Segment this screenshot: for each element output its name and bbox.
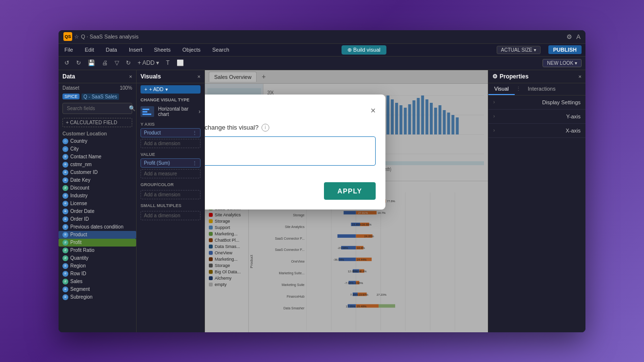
tab-separator: ⋮ bbox=[515, 83, 522, 95]
field-contact-name[interactable]: ≡ Contact Name bbox=[59, 153, 136, 161]
props-x-axis[interactable]: › X-axis bbox=[488, 124, 585, 138]
visuals-panel-header: Visuals × bbox=[137, 70, 204, 83]
data-panel-close[interactable]: × bbox=[129, 74, 132, 79]
apply-button[interactable]: APPLY bbox=[324, 182, 376, 200]
menu-search[interactable]: Search bbox=[210, 46, 231, 54]
star-icon[interactable]: ☆ bbox=[74, 34, 79, 40]
search-row[interactable]: 🔍 bbox=[62, 103, 132, 114]
field-profit[interactable]: # Profit bbox=[59, 239, 136, 247]
search-input[interactable] bbox=[67, 106, 129, 111]
field-industry[interactable]: ≡ Industry bbox=[59, 192, 136, 200]
field-segment[interactable]: ≡ Segment bbox=[59, 286, 136, 293]
calculated-field-button[interactable]: + CALCULATED FIELD bbox=[62, 118, 132, 127]
user-icon[interactable]: A bbox=[576, 33, 581, 40]
new-look-button[interactable]: NEW LOOK ▾ bbox=[543, 59, 582, 67]
properties-close[interactable]: × bbox=[579, 74, 582, 79]
y-axis-field[interactable]: Product ⋮ bbox=[141, 128, 201, 137]
text-icon[interactable]: T bbox=[164, 58, 171, 67]
field-customer-id[interactable]: ≡ Customer ID bbox=[59, 169, 136, 176]
measure-icon: # bbox=[62, 240, 68, 246]
save-icon[interactable]: 💾 bbox=[86, 58, 97, 67]
visual-type-horizontal-bar[interactable]: Horizontal bar chart › bbox=[137, 104, 204, 119]
field-discount[interactable]: # Discount bbox=[59, 184, 136, 192]
add-icon[interactable]: + ADD ▾ bbox=[136, 58, 161, 67]
props-display-settings[interactable]: › Display Settings bbox=[488, 95, 585, 110]
info-icon[interactable]: i bbox=[262, 124, 269, 132]
field-name: Subregion bbox=[70, 294, 93, 300]
settings-icon[interactable]: ⚙ bbox=[566, 33, 572, 40]
print-icon[interactable]: 🖨 bbox=[100, 58, 110, 67]
field-name: Previous dates condition bbox=[70, 224, 123, 229]
y-axis-section: Y AXIS Product ⋮ Add a dimension bbox=[137, 119, 204, 149]
value-field[interactable]: Profit (Sum) ⋮ bbox=[141, 158, 201, 168]
field-license[interactable]: ≡ License bbox=[59, 200, 136, 208]
modal-question: How would you like to change this visual… bbox=[205, 124, 376, 132]
add-dimension-y[interactable]: Add a dimension bbox=[141, 139, 201, 148]
shape-icon[interactable]: ⬜ bbox=[175, 58, 186, 67]
field-name: City bbox=[70, 146, 79, 152]
field-profit-ratio[interactable]: # Profit Ratio bbox=[59, 247, 136, 254]
svg-rect-0 bbox=[142, 109, 149, 110]
field-prev-dates[interactable]: ≡ Previous dates condition bbox=[59, 223, 136, 231]
expand-icon: › bbox=[199, 108, 201, 115]
menu-objects[interactable]: Objects bbox=[181, 46, 202, 54]
modal-header: Edit visual × bbox=[205, 104, 376, 118]
tab-interactions[interactable]: Interactions bbox=[522, 83, 562, 95]
actual-size-button[interactable]: ACTUAL SIZE ▾ bbox=[497, 46, 541, 54]
field-cstmr[interactable]: ≡ cstmr_nm bbox=[59, 161, 136, 169]
field-order-id[interactable]: ≡ Order ID bbox=[59, 215, 136, 223]
undo-button[interactable]: ↺ bbox=[62, 58, 71, 67]
field-name: Discount bbox=[70, 185, 89, 191]
filter-icon[interactable]: ▽ bbox=[113, 58, 121, 67]
bar-chart-icon bbox=[141, 106, 154, 117]
publish-button[interactable]: PUBLISH bbox=[548, 45, 582, 54]
refresh-icon[interactable]: ↻ bbox=[124, 58, 133, 67]
field-product[interactable]: ≡ Product bbox=[59, 231, 136, 239]
visuals-panel-close[interactable]: × bbox=[198, 74, 201, 79]
dim-icon: ≡ bbox=[62, 216, 68, 222]
add-dimension-group[interactable]: Add a dimension bbox=[141, 190, 201, 199]
dim-icon: ≡ bbox=[62, 162, 68, 168]
modal-footer: What can I ask? APPLY bbox=[205, 182, 376, 200]
field-name: Profit bbox=[70, 240, 81, 245]
modal-input[interactable]: change to table bbox=[205, 136, 376, 166]
field-options-icon: ⋮ bbox=[192, 130, 197, 135]
field-city[interactable]: ○ City bbox=[59, 145, 136, 153]
menu-data[interactable]: Data bbox=[104, 46, 119, 54]
field-region[interactable]: ≡ Region bbox=[59, 262, 136, 270]
menu-insert[interactable]: Insert bbox=[127, 46, 144, 54]
redo-button[interactable]: ↻ bbox=[74, 58, 83, 67]
field-country[interactable]: ○ Country bbox=[59, 137, 136, 145]
field-subregion[interactable]: ≡ Subregion bbox=[59, 293, 136, 301]
field-sales[interactable]: # Sales bbox=[59, 278, 136, 286]
field-quantity[interactable]: # Quantity bbox=[59, 254, 136, 262]
add-visual-button[interactable]: + + ADD ▾ bbox=[141, 85, 201, 94]
title-bar: QS ☆ Q · SaaS Sales analysis ⚙ A bbox=[59, 30, 585, 44]
field-name: Profit Ratio bbox=[70, 248, 94, 253]
measure-icon: # bbox=[62, 185, 68, 191]
field-row-id[interactable]: ≡ Row ID bbox=[59, 270, 136, 278]
props-icon: ⚙ bbox=[492, 73, 498, 80]
visual-type-label: Horizontal bar chart bbox=[158, 106, 195, 117]
menu-file[interactable]: File bbox=[62, 46, 75, 54]
build-visual-button[interactable]: ⊕ Build visual bbox=[342, 45, 386, 55]
main-content: Data × Dataset 100% SPICE Q - SaaS Sales… bbox=[59, 70, 585, 332]
search-icon: 🔍 bbox=[129, 105, 136, 112]
field-name: Order ID bbox=[70, 216, 89, 222]
menu-edit[interactable]: Edit bbox=[83, 46, 96, 54]
section-label: Customer Location bbox=[59, 129, 136, 137]
tab-visual[interactable]: Visual bbox=[488, 83, 515, 95]
dim-icon: ≡ bbox=[62, 201, 68, 207]
field-name: Order Date bbox=[70, 209, 94, 214]
modal-close-button[interactable]: × bbox=[370, 106, 376, 116]
props-item-label: X-axis bbox=[565, 128, 581, 133]
field-order-date[interactable]: ≡ Order Date bbox=[59, 208, 136, 215]
field-date-key[interactable]: ≡ Date Key bbox=[59, 176, 136, 184]
dim-icon: ≡ bbox=[62, 193, 68, 199]
add-dimension-sm[interactable]: Add a dimension bbox=[141, 211, 201, 220]
dataset-name[interactable]: Q - SaaS Sales bbox=[81, 94, 119, 100]
menu-sheets[interactable]: Sheets bbox=[152, 46, 172, 54]
props-y-axis[interactable]: › Y-axis bbox=[488, 110, 585, 124]
add-measure[interactable]: Add a measure bbox=[141, 169, 201, 178]
field-name: Contact Name bbox=[70, 154, 101, 159]
